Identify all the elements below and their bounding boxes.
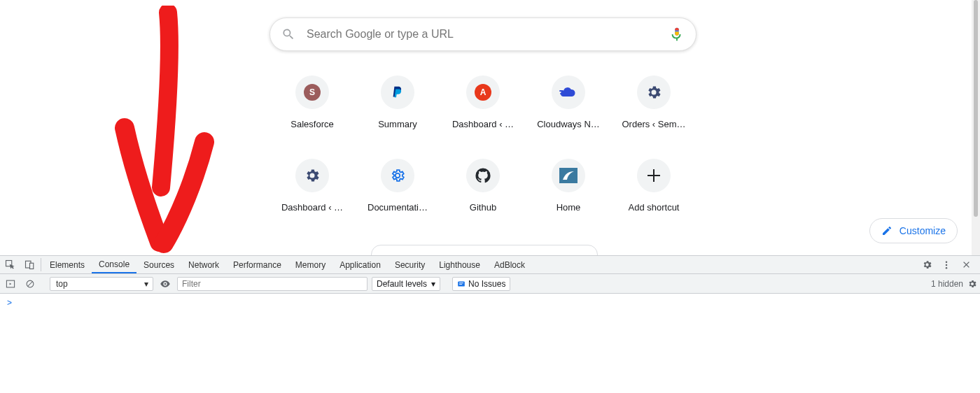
shortcut-documentation[interactable]: Documentati… [355, 159, 440, 213]
svg-point-5 [946, 261, 948, 263]
svg-point-6 [946, 264, 948, 266]
letter-badge-icon: A [475, 84, 491, 101]
shortcut-github[interactable]: Github [440, 159, 526, 213]
pencil-icon [881, 225, 892, 236]
search-box[interactable] [270, 17, 696, 51]
issues-button[interactable]: No Issues [452, 277, 510, 291]
tab-application[interactable]: Application [332, 256, 388, 273]
caret-down-icon: ▾ [144, 279, 148, 289]
context-value: top [56, 279, 68, 289]
shortcut-label: Add shortcut [629, 202, 680, 213]
gear-icon [645, 84, 662, 101]
tab-network[interactable]: Network [181, 256, 226, 273]
tab-performance[interactable]: Performance [226, 256, 288, 273]
customize-label: Customize [899, 225, 946, 236]
settings-gear-icon[interactable] [917, 259, 937, 270]
context-select[interactable]: top ▾ [50, 277, 153, 291]
device-toggle-icon[interactable] [20, 256, 39, 273]
vertical-scrollbar[interactable] [972, 0, 980, 255]
search-icon [281, 27, 305, 41]
devtools-tab-strip: Elements Console Sources Network Perform… [0, 256, 980, 274]
tab-memory[interactable]: Memory [288, 256, 332, 273]
kebab-menu-icon[interactable] [937, 260, 956, 270]
tab-elements[interactable]: Elements [43, 256, 92, 273]
cloud-motion-icon [559, 85, 578, 99]
github-icon [475, 168, 491, 183]
tab-sources[interactable]: Sources [136, 256, 181, 273]
tab-adblock[interactable]: AdBlock [487, 256, 532, 273]
gear-outline-icon [390, 168, 405, 183]
console-toolbar: top ▾ Default levels ▾ No Issues 1 hidde… [0, 274, 980, 294]
svg-rect-12 [459, 284, 462, 285]
letter-badge-icon: S [304, 84, 321, 101]
shortcut-label: Cloudways N… [537, 119, 600, 129]
shortcut-label: Github [470, 202, 496, 213]
devtools-panel: Elements Console Sources Network Perform… [0, 255, 980, 393]
shortcut-add[interactable]: Add shortcut [611, 159, 696, 213]
shortcut-dashboard-2[interactable]: Dashboard ‹ … [270, 159, 355, 213]
customize-button[interactable]: Customize [869, 218, 958, 243]
shortcut-dashboard-1[interactable]: A Dashboard ‹ … [440, 76, 526, 129]
scrollbar-thumb[interactable] [974, 0, 978, 217]
tab-console[interactable]: Console [92, 256, 136, 273]
plus-icon [647, 169, 661, 183]
levels-label: Default levels [377, 279, 427, 289]
console-settings-icon[interactable] [967, 279, 977, 289]
tab-lighthouse[interactable]: Lighthouse [432, 256, 487, 273]
svg-rect-0 [559, 90, 564, 92]
clear-console-icon[interactable] [22, 279, 38, 289]
caret-down-icon: ▾ [431, 279, 435, 289]
shortcut-label: Dashboard ‹ … [281, 202, 343, 213]
shortcut-home[interactable]: Home [526, 159, 611, 213]
shortcut-label: Salesforce [290, 119, 333, 129]
shortcut-salesforce[interactable]: S Salesforce [270, 76, 355, 129]
shortcut-label: Orders ‹ Sem… [622, 119, 685, 129]
close-icon[interactable] [956, 260, 976, 269]
issues-label: No Issues [468, 279, 505, 289]
hidden-count: 1 hidden [931, 279, 963, 289]
shortcut-label: Documentati… [368, 202, 428, 213]
svg-rect-4 [29, 263, 33, 269]
shortcut-orders[interactable]: Orders ‹ Sem… [611, 76, 696, 129]
voice-search-icon[interactable] [669, 27, 685, 42]
search-input[interactable] [305, 27, 669, 41]
shortcut-label: Summary [378, 119, 417, 129]
gear-icon [304, 167, 321, 184]
app-tile-icon [559, 168, 578, 183]
tab-security[interactable]: Security [388, 256, 432, 273]
filter-input[interactable] [177, 277, 368, 291]
shortcut-summary[interactable]: Summary [355, 76, 440, 129]
svg-rect-11 [459, 283, 463, 283]
svg-rect-1 [560, 93, 564, 94]
shortcut-cloudways[interactable]: Cloudways N… [526, 76, 611, 129]
inspect-element-icon[interactable] [0, 256, 20, 273]
log-levels-select[interactable]: Default levels ▾ [372, 277, 440, 291]
new-tab-page: S Salesforce Summary A Dashboard ‹ … Clo… [0, 0, 980, 255]
console-prompt[interactable]: > [0, 294, 980, 312]
console-sidebar-toggle-icon[interactable] [3, 279, 18, 289]
issues-icon [457, 280, 465, 288]
paypal-icon [390, 85, 405, 100]
shortcut-label: Dashboard ‹ … [452, 119, 514, 129]
svg-point-7 [946, 266, 948, 269]
shortcut-grid: S Salesforce Summary A Dashboard ‹ … Clo… [270, 76, 698, 242]
live-expression-icon[interactable] [158, 278, 173, 290]
shortcut-label: Home [556, 202, 581, 213]
